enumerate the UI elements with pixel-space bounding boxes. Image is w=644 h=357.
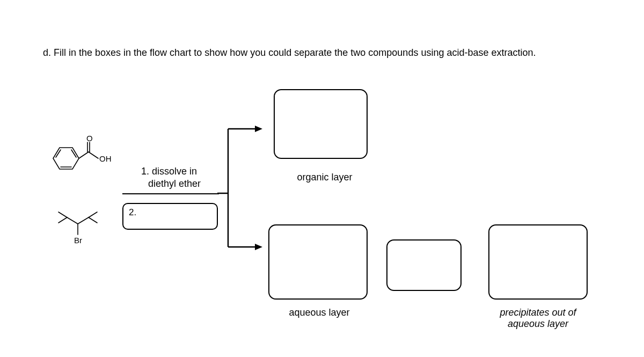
svg-marker-17 bbox=[255, 126, 262, 132]
svg-line-13 bbox=[89, 217, 97, 223]
svg-line-10 bbox=[58, 212, 67, 217]
svg-line-11 bbox=[58, 217, 67, 223]
svg-marker-20 bbox=[255, 244, 262, 250]
step1-underline bbox=[122, 193, 219, 194]
svg-line-2 bbox=[71, 150, 76, 157]
organic-layer-box[interactable] bbox=[274, 89, 368, 159]
aqueous-layer-label: aqueous layer bbox=[276, 307, 362, 318]
svg-marker-0 bbox=[53, 148, 79, 169]
step1-text: 1. dissolve in diethyl ether bbox=[129, 165, 209, 190]
structure-benzoic-acid: O OH bbox=[46, 137, 110, 180]
svg-line-9 bbox=[78, 217, 89, 224]
precipitates-label: precipitates out of aqueous layer bbox=[488, 307, 588, 330]
label-br: Br bbox=[74, 236, 82, 245]
svg-line-12 bbox=[89, 212, 97, 217]
aqueous-layer-box[interactable] bbox=[268, 224, 368, 300]
label-carbonyl-o: O bbox=[86, 134, 93, 143]
svg-line-1 bbox=[56, 150, 61, 157]
step2-input-box[interactable]: 2. bbox=[122, 203, 218, 230]
step2-prefix-real: 2. bbox=[129, 207, 136, 217]
organic-layer-label: organic layer bbox=[284, 172, 365, 183]
reagent-box[interactable] bbox=[386, 239, 462, 291]
svg-line-7 bbox=[89, 152, 98, 158]
label-oh: OH bbox=[99, 154, 112, 163]
structure-bromoalkane: Br bbox=[51, 201, 110, 247]
question-text: d. Fill in the boxes in the flow chart t… bbox=[43, 46, 601, 59]
svg-line-8 bbox=[67, 217, 78, 224]
precipitates-box[interactable] bbox=[488, 224, 588, 300]
svg-line-4 bbox=[79, 152, 89, 158]
